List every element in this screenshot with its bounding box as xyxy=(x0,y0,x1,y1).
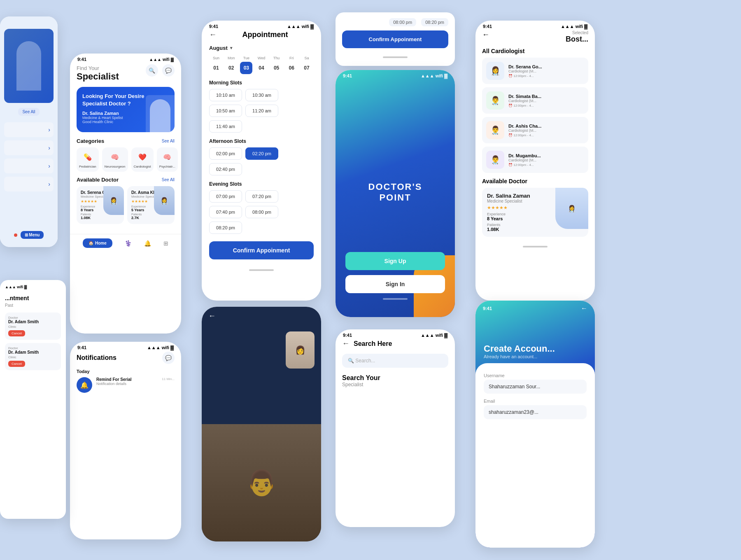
signin-button[interactable]: Sign In xyxy=(345,275,445,293)
cal-day-1[interactable]: Mon 02 xyxy=(224,56,238,74)
nav-menu[interactable]: ⊞ xyxy=(163,240,168,247)
chat-icon-btn[interactable]: 💬 xyxy=(162,64,175,77)
cal-day-name-0: Sun xyxy=(213,56,219,60)
specialist-title: Specialist xyxy=(77,71,119,82)
chat-icon-notif[interactable]: 💬 xyxy=(162,352,175,364)
morning-slot-3[interactable]: 11:20 am xyxy=(245,105,278,117)
doc-list-item-2[interactable]: 👨‍⚕️ Dr. Ashis Cha... Cardiologist (M...… xyxy=(482,117,588,143)
nav-arrow-1[interactable]: › xyxy=(4,122,54,137)
appt-clinic-1: Clinic xyxy=(8,355,58,359)
category-cardiologist[interactable]: ❤️ Cardiologist xyxy=(131,147,154,172)
time-slot-2[interactable]: 08:20 pm xyxy=(421,18,448,26)
category-psychiatrist[interactable]: 🧠 Psychiatr... xyxy=(157,147,178,172)
evening-slot-1[interactable]: 07:20 pm xyxy=(245,190,278,203)
appt-clinic-0: Clinic xyxy=(8,325,58,329)
morning-slot-1[interactable]: 10:30 am xyxy=(245,89,278,101)
afternoon-slot-0[interactable]: 02:00 pm xyxy=(209,147,242,160)
appointments-tab[interactable]: Past xyxy=(5,303,61,308)
cal-day-2[interactable]: Tue 03 xyxy=(239,56,253,74)
month-selector[interactable]: August ▼ xyxy=(209,45,314,51)
doctor-card-1[interactable]: Dr. Asma Khan Medicine Specialist ★★★★★ … xyxy=(127,186,175,224)
doc-time-0: ⏰ 12:00pm - 4... xyxy=(508,74,584,78)
nav-arrow-2[interactable]: › xyxy=(4,140,54,155)
search-back-button[interactable]: ← xyxy=(342,339,350,348)
status-bar-10: 9:41 ← xyxy=(475,301,595,314)
signup-button[interactable]: Sign Up xyxy=(345,252,445,270)
categories-see-all[interactable]: See All xyxy=(162,139,175,143)
signal-icon-5: ▲▲▲ xyxy=(561,24,574,29)
nav-health[interactable]: ⚕️ xyxy=(125,240,132,247)
cal-day-5[interactable]: Fri 06 xyxy=(284,56,298,74)
morning-slot-2[interactable]: 10:50 am xyxy=(209,105,242,117)
afternoon-slot-1[interactable]: 02:20 pm xyxy=(245,147,278,160)
bell-icon: 🔔 xyxy=(144,240,151,247)
status-bar-6: 9:41 ▲▲▲ wifi ▓ xyxy=(70,342,181,352)
confirm-appointment-screen: 08:00 pm 08:20 pm Confirm Appoinment xyxy=(336,12,455,66)
cardiologist-section-title: All Cardiologist xyxy=(482,48,588,54)
cancel-button-0[interactable]: Cancel xyxy=(8,330,25,336)
nav-arrows-list: › › › › xyxy=(4,122,54,191)
available-doctor-card[interactable]: Dr. Salina Zaman Medicine Specialist ★★★… xyxy=(482,188,588,237)
evening-slot-0[interactable]: 07:00 pm xyxy=(209,190,242,203)
neurosurgeon-icon: 🧠 xyxy=(109,151,121,163)
username-input[interactable]: Shaharuzzaman Sour... xyxy=(484,380,587,394)
nav-home[interactable]: 🏠 Home xyxy=(83,238,112,248)
search-icon-btn[interactable]: 🔍 xyxy=(146,64,158,77)
cal-day-name-5: Fri xyxy=(289,56,294,60)
email-input[interactable]: shaharuzzaman23@... xyxy=(484,405,587,419)
back-arrow-10[interactable]: ← xyxy=(581,305,587,312)
available-see-all[interactable]: See All xyxy=(162,177,175,182)
splash-logo: DOCTOR'S POINT xyxy=(366,182,425,203)
doctor-card-0[interactable]: Dr. Serena Gome Medicine Specialist ★★★★… xyxy=(77,186,124,224)
menu-button[interactable]: ⊞ Menu xyxy=(21,231,44,239)
home-indicator-4 xyxy=(383,298,408,300)
appt-name-1: Dr. Adam Smith xyxy=(8,350,58,355)
status-time-2: 9:41 xyxy=(77,57,86,62)
cancel-button-1[interactable]: Cancel xyxy=(8,361,25,367)
psychiatrist-icon: 🧠 xyxy=(161,151,173,163)
cal-day-3[interactable]: Wed 04 xyxy=(254,56,268,74)
nav-arrow-4[interactable]: › xyxy=(4,177,54,191)
evening-slot-4[interactable]: 08:20 pm xyxy=(209,222,242,234)
nav-notifications[interactable]: 🔔 xyxy=(144,240,151,247)
confirm-appointment-button-3[interactable]: Confirm Appoinment xyxy=(209,241,314,259)
cal-day-0[interactable]: Sun 01 xyxy=(209,56,223,74)
confirm-appointment-button[interactable]: Confirm Appoinment xyxy=(342,30,448,48)
find-label: Find Your xyxy=(77,65,119,71)
appointment-back-button[interactable]: ← xyxy=(209,30,217,39)
category-neurosurgeon[interactable]: 🧠 Neurosurgeon xyxy=(102,147,128,172)
morning-slot-4[interactable]: 11:40 am xyxy=(209,120,242,133)
appointment-card-0: Doctor Dr. Adam Smith Clinic Cancel xyxy=(5,313,61,340)
email-label: Email xyxy=(484,399,587,404)
category-label-1: Neurosurgeon xyxy=(105,165,126,168)
health-icon: ⚕️ xyxy=(125,240,132,247)
doc-list-item-3[interactable]: 👨‍⚕️ Dr. Mugambu... Cardiologist (M... ⏰… xyxy=(482,147,588,173)
cal-day-4[interactable]: Thu 05 xyxy=(270,56,284,74)
nav-arrow-3[interactable]: › xyxy=(4,159,54,173)
search-box[interactable]: 🔍 Search... xyxy=(342,354,448,368)
see-all-button[interactable]: See All xyxy=(18,108,39,116)
doc-avatar-1: 👨‍⚕️ xyxy=(486,91,504,110)
doc-list-item-1[interactable]: 👨‍⚕️ Dr. Simata Ba... Cardiologist (M...… xyxy=(482,87,588,114)
afternoon-slot-2[interactable]: 02:40 pm xyxy=(209,163,242,175)
categories-title: Categories xyxy=(77,138,104,144)
home-indicator-3 xyxy=(249,269,274,271)
time-slot-1[interactable]: 08:00 pm xyxy=(389,18,416,26)
battery-icon-4: ▓ xyxy=(444,73,447,78)
doc-name-3: Dr. Mugambu... xyxy=(508,153,584,158)
status-icons-5: ▲▲▲ wifi ▓ xyxy=(561,24,587,29)
category-pediatrician[interactable]: 💊 Pediatrician xyxy=(77,147,99,172)
evening-slot-3[interactable]: 08:00 pm xyxy=(245,206,278,218)
doc-list-item-0[interactable]: 👩‍⚕️ Dr. Serana Go... Cardiologist (M...… xyxy=(482,58,588,84)
doc-spec-1: Cardiologist (M... xyxy=(508,99,584,103)
morning-slot-0[interactable]: 10:10 am xyxy=(209,89,242,101)
notification-item-0: 🔔 Remind For Serial Notification details… xyxy=(77,377,175,393)
doc-time-3: ⏰ 12:00pm - 4... xyxy=(508,163,584,167)
video-back-button[interactable]: ← xyxy=(208,312,216,320)
home-nav-button[interactable]: 🏠 Home xyxy=(83,238,112,248)
username-label: Username xyxy=(484,373,587,378)
cal-day-6[interactable]: Sa 07 xyxy=(300,56,314,74)
today-label: Today xyxy=(77,369,175,374)
back-button-5[interactable]: ← xyxy=(482,30,489,39)
evening-slot-2[interactable]: 07:40 pm xyxy=(209,206,242,218)
